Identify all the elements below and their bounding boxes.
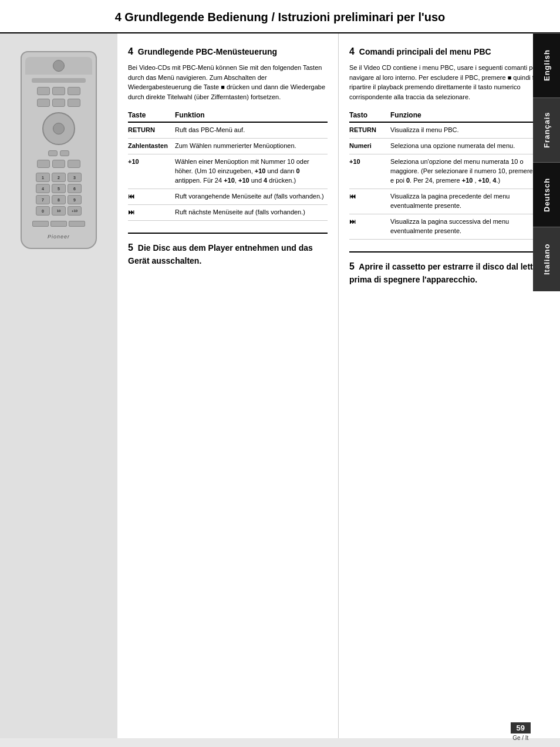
remote-num-8[interactable]: 8 [52,195,66,204]
col-taste-header: Taste [128,109,175,122]
section4-de: 4 Grundlegende PBC-Menüsteuerung Bei Vid… [128,45,328,221]
remote-ir-sensor [53,60,65,72]
remote-btn-j[interactable] [52,160,65,168]
section5-de-heading: 5 Die Disc aus dem Player entnehmen und … [128,241,328,267]
val-prev-de: Ruft vorangehende Menüseite auf (falls v… [175,189,328,205]
section4-de-title: Grundlegende PBC-Menüsteuerung [138,47,277,56]
remote-num-6[interactable]: 6 [68,184,82,193]
section5-it-heading: 5 Aprire il cassetto per estrarre il dis… [349,260,549,286]
section4-de-heading: 4 Grundlegende PBC-Menüsteuerung [128,45,328,58]
remote-num-2[interactable]: 2 [52,173,66,182]
key-numeri: Numeri [349,139,390,154]
remote-btn-g[interactable] [48,150,58,156]
section4-it-number: 4 [349,46,355,56]
key-return-it: RETURN [349,122,390,138]
table-row: +10 Wählen einer Menüoption mit Nummer 1… [128,154,328,189]
remote-num-9[interactable]: 9 [68,195,82,204]
remote-control: 1 2 3 4 5 6 7 8 9 0 10 +10 Pioneer [21,51,97,249]
tab-italiano[interactable]: Italiano [533,227,560,291]
remote-row-1 [25,87,92,95]
remote-nav-center [53,123,65,134]
col-tasto-header: Tasto [349,109,390,122]
tab-francais[interactable]: Français [533,97,560,162]
section5-it-number: 5 [349,261,355,271]
table-row: RETURN Visualizza il menu PBC. [349,122,549,138]
section5-de-title: Die Disc aus dem Player entnehmen und da… [128,243,313,265]
remote-btn-d[interactable] [37,99,50,107]
val-next-de: Ruft nächste Menüseite auf (falls vorhan… [175,205,328,221]
remote-btn-k[interactable] [68,160,80,168]
val-return-de: Ruft das PBC-Menü auf. [175,122,328,138]
val-next-it: Visualizza la pagina successiva del menu… [390,214,549,239]
val-plus10-de: Wählen einer Menüoption mit Nummer 10 od… [175,154,328,189]
section4-it: 4 Comandi principali del menu PBC Se il … [349,45,549,240]
remote-row-3 [25,150,92,156]
left-panel: 1 2 3 4 5 6 7 8 9 0 10 +10 Pioneer [0,33,117,738]
page-footer: 59 Ge / It [511,722,531,741]
page-title: 4 Grundlegende Bedienung / Istruzioni pr… [0,0,560,33]
remote-btn-bottom-2[interactable] [50,221,67,227]
key-plus10-de: +10 [128,154,175,189]
section4-de-number: 4 [128,46,133,56]
remote-num-4[interactable]: 4 [36,184,50,193]
table-row: Zahlentasten Zum Wählen nummerierter Men… [128,139,328,154]
section5-it-title: Aprire il cassetto per estrarre il disco… [349,262,546,284]
table-row: ⏭ Ruft nächste Menüseite auf (falls vorh… [128,205,328,221]
remote-numpad: 1 2 3 4 5 6 7 8 9 0 10 +10 [36,173,82,216]
val-zahlentasten: Zum Wählen nummerierter Menüoptionen. [175,139,328,154]
remote-num-10[interactable]: 10 [52,206,66,216]
tab-deutsch[interactable]: Deutsch [533,162,560,227]
key-plus10-it: +10 [349,154,390,189]
section5-it: 5 Aprire il cassetto per estrarre il dis… [349,251,549,286]
key-zahlentasten: Zahlentasten [128,139,175,154]
table-row: ⏮ Visualizza la pagina precedente del me… [349,189,549,214]
table-row: RETURN Ruft das PBC-Menü auf. [128,122,328,138]
table-row: +10 Seleziona un'opzione del menu numera… [349,154,549,189]
remote-num-7[interactable]: 7 [36,195,50,204]
function-table-it: Tasto Funzione RETURN Visualizza il menu… [349,109,549,239]
val-prev-it: Visualizza la pagina precedente del menu… [390,189,549,214]
remote-bottom-buttons [32,221,85,227]
left-column-german: 4 Grundlegende PBC-Menüsteuerung Bei Vid… [117,33,339,738]
remote-btn-e[interactable] [52,99,65,107]
remote-num-5[interactable]: 5 [52,184,66,193]
col-funktion-header: Funktion [175,109,328,122]
remote-btn-h[interactable] [60,150,69,156]
key-prev-it: ⏮ [349,189,390,214]
section4-de-intro: Bei Video-CDs mit PBC-Menü können Sie mi… [128,63,328,102]
table-row: Numeri Seleziona una opzione numerata de… [349,139,549,154]
page-lang-label: Ge / It [512,735,528,741]
key-return-de: RETURN [128,122,175,138]
section4-it-intro: Se il Video CD contiene i menu PBC, usar… [349,63,549,102]
remote-num-plus10[interactable]: +10 [68,206,82,216]
remote-btn-bottom-1[interactable] [32,221,49,227]
remote-btn-i[interactable] [37,160,50,168]
remote-btn-a[interactable] [37,87,50,95]
table-row: ⏮ Ruft vorangehende Menüseite auf (falls… [128,189,328,205]
val-return-it: Visualizza il menu PBC. [390,122,549,138]
remote-num-0[interactable]: 0 [36,206,50,216]
right-column-italian: 4 Comandi principali del menu PBC Se il … [339,33,560,738]
section4-it-heading: 4 Comandi principali del menu PBC [349,45,549,58]
pioneer-logo: Pioneer [48,234,70,240]
remote-line-1 [32,78,85,83]
val-numeri: Seleziona una opzione numerata del menu. [390,139,549,154]
remote-num-1[interactable]: 1 [36,173,50,182]
content-area: 4 Grundlegende PBC-Menüsteuerung Bei Vid… [117,33,560,738]
key-prev-de: ⏮ [128,189,175,205]
page-number: 59 [511,722,531,733]
remote-btn-bottom-3[interactable] [69,221,85,227]
key-next-it: ⏭ [349,214,390,239]
remote-btn-f[interactable] [68,99,80,107]
key-next-de: ⏭ [128,205,175,221]
tab-english[interactable]: English [533,33,560,97]
col-funzione-header: Funzione [390,109,549,122]
remote-nav-circle[interactable] [42,112,75,145]
two-column-layout: 4 Grundlegende PBC-Menüsteuerung Bei Vid… [117,33,560,738]
table-row: ⏭ Visualizza la pagina successiva del me… [349,214,549,239]
remote-btn-c[interactable] [68,87,80,95]
remote-row-2 [25,99,92,107]
remote-num-3[interactable]: 3 [68,173,82,182]
section4-it-title: Comandi principali del menu PBC [359,47,491,56]
remote-btn-b[interactable] [52,87,65,95]
